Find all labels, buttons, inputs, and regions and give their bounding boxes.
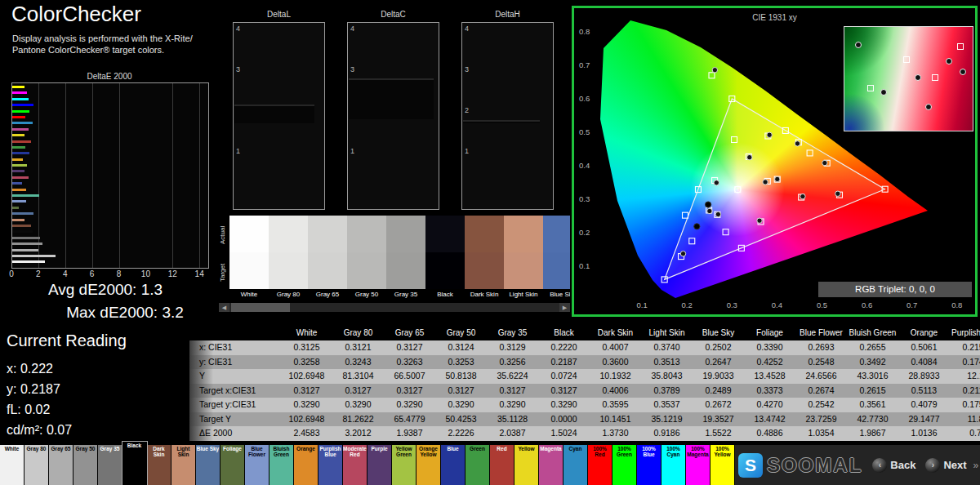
table-cell: 0.3537	[641, 398, 693, 412]
reading-value: fL: 0.02	[7, 399, 127, 420]
delta-panel-plot: 4321	[233, 22, 325, 210]
inset-measured-marker	[855, 42, 862, 48]
patch-button-blue[interactable]: Blue	[441, 445, 466, 485]
patch-button-100-yellow[interactable]: 100% Yellow	[710, 445, 735, 485]
row-label: x: CIE31	[189, 340, 281, 355]
table-cell: 19.3527	[693, 412, 744, 427]
scrollbar-thumb[interactable]	[231, 303, 290, 312]
patch-button-label: Gray 65	[49, 446, 73, 452]
patch-button-moderate-red[interactable]: Moderate Red	[343, 445, 368, 485]
patch-button-label: Foliage	[220, 446, 244, 452]
column-header-gray-65: Gray 65	[384, 326, 435, 340]
measured-marker	[680, 251, 685, 256]
de2000-bar-gray-50	[12, 242, 42, 245]
table-cell: 0.3513	[641, 355, 693, 370]
page-subtitle: Display analysis is performed with the X…	[12, 33, 193, 56]
patch-button-bluish-green[interactable]: Bluish Green	[270, 445, 294, 485]
table-cell: 0.4079	[898, 398, 950, 412]
table-cell: 0.4084	[898, 355, 950, 370]
patch-button-orange-yellow[interactable]: Orange Yellow	[416, 445, 441, 485]
next-button[interactable]: › Next	[925, 458, 966, 473]
patch-button-yellow-green[interactable]: Yellow Green	[392, 445, 416, 485]
patch-button-100-green[interactable]: 100% Green	[612, 445, 637, 485]
patch-button-purplish-blue[interactable]: Purplish Blue	[318, 445, 343, 485]
patch-button-100-red[interactable]: 100% Red	[588, 445, 612, 485]
patch-button-magenta[interactable]: Magenta	[539, 445, 564, 485]
table-cell: 0.2502	[693, 340, 744, 355]
delta-panel-bar	[463, 120, 540, 123]
delta-panel-plot: 4321	[461, 22, 554, 210]
patch-button-green[interactable]: Green	[466, 445, 490, 485]
table-cell: 43.3016	[847, 369, 898, 384]
patch-button-orange[interactable]: Orange	[294, 445, 318, 485]
swatch-label: Blue Sky	[543, 289, 570, 300]
next-arrow-icon[interactable]: ›	[925, 458, 940, 473]
target-swatch	[425, 252, 465, 289]
patch-button-100-magenta[interactable]: 100% Magenta	[686, 445, 710, 485]
table-cell: 24.6566	[795, 369, 847, 384]
patch-button-purple[interactable]: Purple	[368, 445, 392, 485]
row-label: Y	[189, 369, 281, 384]
patch-button-light-skin[interactable]: Light Skin	[172, 445, 196, 485]
patch-button-gray-80[interactable]: Gray 80	[24, 445, 49, 485]
more-chevron-icon[interactable]: »	[973, 460, 979, 471]
patch-button-100-blue[interactable]: 100% Blue	[637, 445, 662, 485]
back-button[interactable]: ‹ Back	[872, 458, 915, 473]
scroll-left-icon[interactable]: ◀	[219, 303, 229, 312]
column-header-purplish-blue: Purplish Blue	[950, 326, 980, 340]
table-cell: 0.2489	[693, 384, 744, 398]
scroll-right-icon[interactable]: ▶	[559, 303, 570, 312]
table-cell: 0.3290	[435, 398, 487, 412]
de2000-bar-bluish-green	[12, 194, 39, 197]
table-cell: 0.3127	[538, 384, 590, 398]
table-cell: 0.2693	[795, 340, 847, 355]
table-cell: 0.3789	[641, 384, 693, 398]
table-cell: 0.3561	[847, 398, 898, 412]
back-button-label[interactable]: Back	[890, 459, 915, 471]
current-reading-title: Current Reading	[7, 331, 127, 350]
measured-marker	[707, 208, 712, 213]
patch-button-foliage[interactable]: Foliage	[220, 445, 245, 485]
table-corner-cell	[189, 326, 281, 340]
patch-button-blue-sky[interactable]: Blue Sky	[196, 445, 220, 485]
delta-panel-deltah: DeltaH4321	[461, 10, 554, 210]
patch-button-cyan[interactable]: Cyan	[564, 445, 588, 485]
patch-button-red[interactable]: Red	[490, 445, 514, 485]
reading-value: cd/m²: 0.07	[7, 420, 127, 440]
patch-button-100-cyan[interactable]: 100% Cyan	[662, 445, 686, 485]
measured-marker	[767, 132, 772, 137]
patch-button-yellow[interactable]: Yellow	[514, 445, 539, 485]
patch-button-gray-65[interactable]: Gray 65	[49, 445, 74, 485]
delta-axis-tick: 4	[465, 24, 469, 33]
de2000-x-axis: 02468101214	[11, 269, 220, 279]
patch-button-gray-50[interactable]: Gray 50	[74, 445, 98, 485]
swatch-gray-35: Gray 35	[386, 216, 425, 300]
patch-button-black[interactable]: Black	[122, 442, 147, 485]
de2000-bar-100-magenta	[12, 91, 27, 94]
table-cell: 0.3256	[487, 355, 538, 370]
column-header-blue-sky: Blue Sky	[693, 326, 744, 340]
swatch-label: White	[229, 289, 269, 300]
patch-button-gray-35[interactable]: Gray 35	[98, 445, 122, 485]
table-cell: 35.8043	[641, 369, 693, 384]
delta-axis-tick: 1	[350, 147, 354, 155]
swatch-gray-50: Gray 50	[347, 216, 386, 300]
table-cell: 0.3125	[281, 340, 332, 355]
inset-measured-marker	[880, 89, 887, 96]
patch-button-blue-flower[interactable]: Blue Flower	[245, 445, 270, 485]
patch-button-dark-skin[interactable]: Dark Skin	[147, 445, 172, 485]
de2000-axis-tick: 2	[33, 269, 44, 278]
back-arrow-icon[interactable]: ‹	[872, 458, 887, 473]
patch-button-white[interactable]: White	[0, 445, 24, 485]
delta-lch-panels: DeltaL4321DeltaC4321DeltaH4321	[233, 10, 554, 210]
swatch-label: Gray 80	[269, 289, 308, 300]
soomal-logo-icon: S	[738, 453, 763, 478]
next-button-label[interactable]: Next	[943, 459, 966, 471]
swatch-scrollbar[interactable]: ◀ ▶	[219, 303, 570, 312]
table-cell: 102.6948	[281, 369, 332, 384]
patch-button-label: Gray 35	[98, 446, 122, 452]
measurement-table: WhiteGray 80Gray 65Gray 50Gray 35BlackDa…	[189, 326, 980, 441]
reading-value: y: 0.2187	[7, 379, 127, 399]
column-header-gray-80: Gray 80	[332, 326, 384, 340]
scrollbar-track[interactable]	[290, 303, 559, 312]
